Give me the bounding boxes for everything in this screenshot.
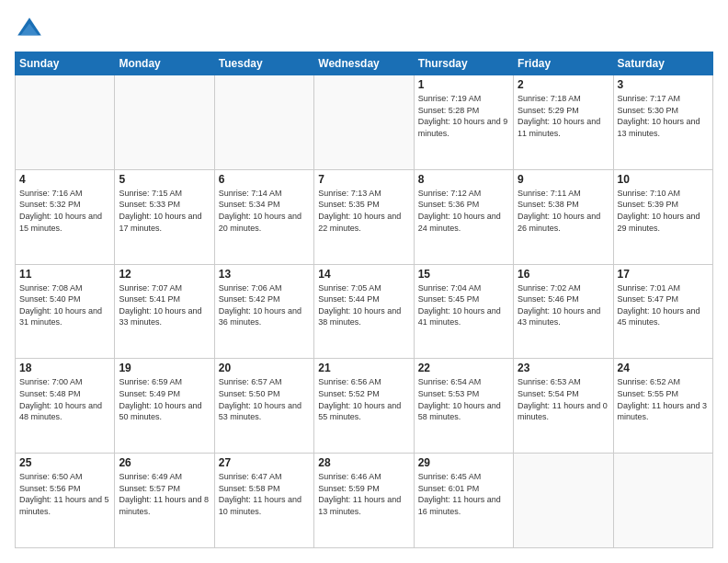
day-cell: 28Sunrise: 6:46 AM Sunset: 5:59 PM Dayli… [314, 454, 414, 548]
day-cell: 9Sunrise: 7:11 AM Sunset: 5:38 PM Daylig… [514, 169, 613, 264]
day-info: Sunrise: 7:08 AM Sunset: 5:40 PM Dayligh… [19, 282, 110, 328]
day-number: 23 [518, 362, 609, 374]
day-info: Sunrise: 7:12 AM Sunset: 5:36 PM Dayligh… [418, 188, 509, 234]
day-cell: 20Sunrise: 6:57 AM Sunset: 5:50 PM Dayli… [214, 359, 313, 454]
day-info: Sunrise: 6:49 AM Sunset: 5:57 PM Dayligh… [119, 471, 210, 517]
day-cell [514, 454, 613, 548]
day-info: Sunrise: 7:13 AM Sunset: 5:35 PM Dayligh… [318, 188, 409, 234]
calendar-body: 1Sunrise: 7:19 AM Sunset: 5:28 PM Daylig… [16, 75, 713, 548]
day-number: 19 [119, 362, 210, 374]
day-cell [16, 75, 115, 170]
day-info: Sunrise: 7:19 AM Sunset: 5:28 PM Dayligh… [418, 93, 509, 139]
day-cell: 2Sunrise: 7:18 AM Sunset: 5:29 PM Daylig… [514, 75, 613, 170]
day-cell: 16Sunrise: 7:02 AM Sunset: 5:46 PM Dayli… [514, 264, 613, 359]
day-info: Sunrise: 6:53 AM Sunset: 5:54 PM Dayligh… [518, 376, 609, 422]
day-number: 14 [318, 268, 409, 281]
day-number: 15 [418, 268, 509, 281]
day-number: 6 [219, 173, 310, 186]
day-info: Sunrise: 6:56 AM Sunset: 5:52 PM Dayligh… [318, 376, 409, 422]
week-row-0: 1Sunrise: 7:19 AM Sunset: 5:28 PM Daylig… [16, 75, 713, 170]
day-info: Sunrise: 7:04 AM Sunset: 5:45 PM Dayligh… [418, 282, 509, 328]
day-info: Sunrise: 7:06 AM Sunset: 5:42 PM Dayligh… [219, 282, 310, 328]
day-cell: 13Sunrise: 7:06 AM Sunset: 5:42 PM Dayli… [214, 264, 313, 359]
week-row-4: 25Sunrise: 6:50 AM Sunset: 5:56 PM Dayli… [16, 454, 713, 548]
day-number: 8 [418, 173, 509, 186]
day-number: 21 [318, 362, 409, 374]
day-cell [214, 75, 313, 170]
day-info: Sunrise: 6:59 AM Sunset: 5:49 PM Dayligh… [119, 376, 210, 422]
day-number: 9 [518, 173, 609, 186]
header-cell-friday: Friday [514, 52, 613, 75]
day-number: 5 [119, 173, 210, 186]
header-cell-saturday: Saturday [613, 52, 712, 75]
day-number: 20 [219, 362, 310, 374]
day-cell: 10Sunrise: 7:10 AM Sunset: 5:39 PM Dayli… [613, 169, 712, 264]
day-cell: 3Sunrise: 7:17 AM Sunset: 5:30 PM Daylig… [613, 75, 712, 170]
day-info: Sunrise: 6:47 AM Sunset: 5:58 PM Dayligh… [219, 471, 310, 517]
week-row-1: 4Sunrise: 7:16 AM Sunset: 5:32 PM Daylig… [16, 169, 713, 264]
day-info: Sunrise: 6:45 AM Sunset: 6:01 PM Dayligh… [418, 471, 509, 517]
day-cell: 25Sunrise: 6:50 AM Sunset: 5:56 PM Dayli… [16, 454, 115, 548]
day-cell: 27Sunrise: 6:47 AM Sunset: 5:58 PM Dayli… [214, 454, 313, 548]
day-info: Sunrise: 7:15 AM Sunset: 5:33 PM Dayligh… [119, 188, 210, 234]
day-number: 17 [618, 268, 709, 281]
day-cell: 6Sunrise: 7:14 AM Sunset: 5:34 PM Daylig… [214, 169, 313, 264]
page: SundayMondayTuesdayWednesdayThursdayFrid… [0, 0, 728, 563]
day-info: Sunrise: 6:54 AM Sunset: 5:53 PM Dayligh… [418, 376, 509, 422]
day-cell: 18Sunrise: 7:00 AM Sunset: 5:48 PM Dayli… [16, 359, 115, 454]
day-number: 7 [318, 173, 409, 186]
day-cell: 4Sunrise: 7:16 AM Sunset: 5:32 PM Daylig… [16, 169, 115, 264]
day-info: Sunrise: 6:46 AM Sunset: 5:59 PM Dayligh… [318, 471, 409, 517]
calendar-header: SundayMondayTuesdayWednesdayThursdayFrid… [16, 52, 713, 75]
day-cell: 8Sunrise: 7:12 AM Sunset: 5:36 PM Daylig… [414, 169, 513, 264]
header-cell-tuesday: Tuesday [214, 52, 313, 75]
logo [15, 15, 48, 44]
day-cell: 29Sunrise: 6:45 AM Sunset: 6:01 PM Dayli… [414, 454, 513, 548]
day-info: Sunrise: 7:17 AM Sunset: 5:30 PM Dayligh… [618, 93, 709, 139]
day-number: 28 [318, 456, 409, 469]
header-cell-monday: Monday [115, 52, 214, 75]
day-cell: 26Sunrise: 6:49 AM Sunset: 5:57 PM Dayli… [115, 454, 214, 548]
day-info: Sunrise: 7:14 AM Sunset: 5:34 PM Dayligh… [219, 188, 310, 234]
day-number: 1 [418, 78, 509, 91]
header [15, 15, 713, 44]
day-number: 16 [518, 268, 609, 281]
day-number: 4 [19, 173, 110, 186]
day-cell [314, 75, 414, 170]
day-number: 13 [219, 268, 310, 281]
day-cell: 19Sunrise: 6:59 AM Sunset: 5:49 PM Dayli… [115, 359, 214, 454]
day-cell: 14Sunrise: 7:05 AM Sunset: 5:44 PM Dayli… [314, 264, 414, 359]
header-cell-wednesday: Wednesday [314, 52, 414, 75]
day-info: Sunrise: 6:50 AM Sunset: 5:56 PM Dayligh… [19, 471, 110, 517]
day-info: Sunrise: 6:57 AM Sunset: 5:50 PM Dayligh… [219, 376, 310, 422]
day-number: 2 [518, 78, 609, 91]
day-cell: 23Sunrise: 6:53 AM Sunset: 5:54 PM Dayli… [514, 359, 613, 454]
day-number: 11 [19, 268, 110, 281]
day-number: 26 [119, 456, 210, 469]
day-cell: 21Sunrise: 6:56 AM Sunset: 5:52 PM Dayli… [314, 359, 414, 454]
header-cell-sunday: Sunday [16, 52, 115, 75]
day-cell: 7Sunrise: 7:13 AM Sunset: 5:35 PM Daylig… [314, 169, 414, 264]
day-cell: 5Sunrise: 7:15 AM Sunset: 5:33 PM Daylig… [115, 169, 214, 264]
day-info: Sunrise: 6:52 AM Sunset: 5:55 PM Dayligh… [618, 376, 709, 422]
day-number: 3 [618, 78, 709, 91]
calendar-table: SundayMondayTuesdayWednesdayThursdayFrid… [15, 52, 713, 548]
header-row: SundayMondayTuesdayWednesdayThursdayFrid… [16, 52, 713, 75]
day-number: 25 [19, 456, 110, 469]
day-info: Sunrise: 7:11 AM Sunset: 5:38 PM Dayligh… [518, 188, 609, 234]
day-info: Sunrise: 7:05 AM Sunset: 5:44 PM Dayligh… [318, 282, 409, 328]
day-info: Sunrise: 7:16 AM Sunset: 5:32 PM Dayligh… [19, 188, 110, 234]
day-cell [115, 75, 214, 170]
day-info: Sunrise: 7:02 AM Sunset: 5:46 PM Dayligh… [518, 282, 609, 328]
day-cell: 12Sunrise: 7:07 AM Sunset: 5:41 PM Dayli… [115, 264, 214, 359]
day-number: 22 [418, 362, 509, 374]
day-info: Sunrise: 7:10 AM Sunset: 5:39 PM Dayligh… [618, 188, 709, 234]
day-info: Sunrise: 7:18 AM Sunset: 5:29 PM Dayligh… [518, 93, 609, 139]
header-cell-thursday: Thursday [414, 52, 513, 75]
day-info: Sunrise: 7:00 AM Sunset: 5:48 PM Dayligh… [19, 376, 110, 422]
day-info: Sunrise: 7:07 AM Sunset: 5:41 PM Dayligh… [119, 282, 210, 328]
day-cell: 1Sunrise: 7:19 AM Sunset: 5:28 PM Daylig… [414, 75, 513, 170]
day-info: Sunrise: 7:01 AM Sunset: 5:47 PM Dayligh… [618, 282, 709, 328]
logo-icon [15, 15, 44, 44]
week-row-2: 11Sunrise: 7:08 AM Sunset: 5:40 PM Dayli… [16, 264, 713, 359]
